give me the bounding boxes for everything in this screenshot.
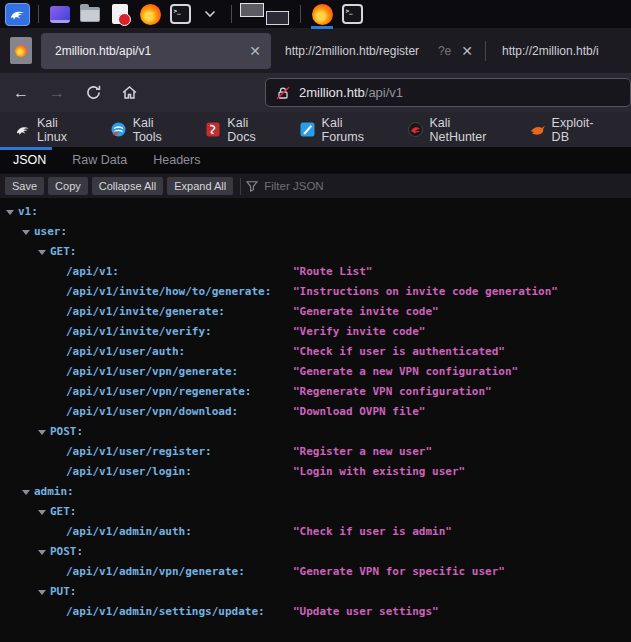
browser-window: >_ >_ 2million.htb/api/v1 ✕ http://2mill… xyxy=(0,0,631,642)
json-string-value: "Update user settings" xyxy=(293,602,439,622)
json-string-value: "Check if user is admin" xyxy=(293,522,452,542)
file-manager-launcher[interactable] xyxy=(77,2,103,26)
json-tree-row[interactable]: PUT: xyxy=(0,582,631,602)
bookmark-label: Kali NetHunter xyxy=(429,116,508,144)
workspace-switcher[interactable] xyxy=(240,1,292,27)
workspace-1[interactable] xyxy=(240,3,264,17)
tab-api-v1[interactable]: 2million.htb/api/v1 ✕ xyxy=(41,33,271,69)
expander-triangle-icon[interactable] xyxy=(38,250,50,255)
bookmark-kali-docs[interactable]: Kali Docs xyxy=(198,113,285,147)
bookmark-kali-forums[interactable]: Kali Forums xyxy=(293,113,394,147)
document-edit-icon xyxy=(112,4,128,24)
json-tree-row[interactable]: GET: xyxy=(0,242,631,262)
display-settings-launcher[interactable] xyxy=(47,2,73,26)
taskbar-divider xyxy=(300,5,301,23)
json-key: user: xyxy=(34,222,67,242)
expander-triangle-icon[interactable] xyxy=(38,590,50,595)
terminal-icon: >_ xyxy=(342,4,363,24)
home-icon xyxy=(121,84,138,101)
json-key: PUT: xyxy=(50,582,77,602)
json-tree-row: /api/v1/admin/settings/update:"Update us… xyxy=(0,602,631,622)
workspace-2[interactable] xyxy=(266,11,289,25)
bookmark-label: Kali Docs xyxy=(227,116,278,144)
firefox-icon xyxy=(140,4,161,25)
json-key: /api/v1/user/vpn/generate: xyxy=(66,362,238,382)
json-tree-row[interactable]: admin: xyxy=(0,482,631,502)
bookmark-kali-linux[interactable]: Kali Linux xyxy=(8,113,97,147)
exploit-db-icon xyxy=(530,122,546,138)
json-tree-row: /api/v1/user/auth:"Check if user is auth… xyxy=(0,342,631,362)
tab-title: 2million.htb/api/v1 xyxy=(55,44,239,58)
json-key: v1: xyxy=(18,202,38,222)
filter-json-input[interactable] xyxy=(264,180,484,192)
firefox-launcher[interactable] xyxy=(137,2,163,26)
toolbar-divider xyxy=(240,178,241,195)
json-tree-row[interactable]: POST: xyxy=(0,542,631,562)
expander-triangle-icon[interactable] xyxy=(38,430,50,435)
json-key: GET: xyxy=(50,242,77,262)
taskbar-terminal-window[interactable]: >_ xyxy=(339,2,365,26)
system-taskbar: >_ >_ xyxy=(0,0,631,28)
copy-button[interactable]: Copy xyxy=(48,177,88,195)
taskbar-firefox-window[interactable] xyxy=(309,2,335,26)
json-tree-row[interactable]: v1: xyxy=(0,202,631,222)
firefox-page-icon xyxy=(10,37,32,64)
expander-triangle-icon[interactable] xyxy=(22,490,34,495)
json-tree-row[interactable]: POST: xyxy=(0,422,631,442)
bookmark-kali-nethunter[interactable]: Kali NetHunter xyxy=(400,113,515,147)
json-tree-row: /api/v1/admin/auth:"Check if user is adm… xyxy=(0,522,631,542)
json-key: /api/v1/admin/auth: xyxy=(66,522,192,542)
kali-docs-icon xyxy=(205,122,221,138)
json-key: /api/v1/invite/verify: xyxy=(66,322,212,342)
expander-triangle-icon[interactable] xyxy=(22,230,34,235)
insecure-lock-icon[interactable] xyxy=(276,86,290,100)
active-tab-indicator xyxy=(0,147,52,150)
expander-triangle-icon[interactable] xyxy=(38,510,50,515)
kali-tools-icon xyxy=(111,122,127,138)
expand-all-button[interactable]: Expand All xyxy=(167,177,233,195)
json-key: admin: xyxy=(34,482,74,502)
url-bar[interactable]: 2million.htb/api/v1 xyxy=(265,78,631,107)
save-button[interactable]: Save xyxy=(5,177,44,195)
json-key: POST: xyxy=(50,422,83,442)
json-key: /api/v1/admin/settings/update: xyxy=(66,602,265,622)
viewer-tab-raw-data[interactable]: Raw Data xyxy=(59,150,140,173)
expander-triangle-icon[interactable] xyxy=(6,210,18,215)
json-tree-row: /api/v1/user/register:"Register a new us… xyxy=(0,442,631,462)
bookmark-label: Exploit-DB xyxy=(552,116,609,144)
json-string-value: "Generate a new VPN configuration" xyxy=(293,362,518,382)
tab-register[interactable]: http://2million.htb/register ?e ✕ xyxy=(271,33,483,69)
expander-triangle-icon[interactable] xyxy=(38,550,50,555)
json-key: /api/v1/user/vpn/regenerate: xyxy=(66,382,251,402)
reload-button[interactable] xyxy=(78,79,108,107)
tab-close-icon[interactable]: ✕ xyxy=(249,43,261,59)
collapse-all-button[interactable]: Collapse All xyxy=(92,177,163,195)
bookmark-label: Kali Tools xyxy=(133,116,185,144)
json-string-value: "Generate invite code" xyxy=(293,302,439,322)
json-viewer-toolbar: SaveCopyCollapse AllExpand All xyxy=(0,173,631,198)
tab-invite[interactable]: http://2million.htb/i xyxy=(488,33,627,69)
json-tree-row: /api/v1/user/vpn/regenerate:"Regenerate … xyxy=(0,382,631,402)
kali-menu-button[interactable] xyxy=(4,2,30,26)
bookmark-kali-tools[interactable]: Kali Tools xyxy=(104,113,192,147)
viewer-tab-json[interactable]: JSON xyxy=(0,150,59,173)
bookmark-exploit-db[interactable]: Exploit-DB xyxy=(523,113,616,147)
url-path: /api/v1 xyxy=(365,85,403,100)
json-tree-row[interactable]: GET: xyxy=(0,502,631,522)
json-tree-row[interactable]: user: xyxy=(0,222,631,242)
home-button[interactable] xyxy=(114,79,144,107)
tab-divider xyxy=(485,41,486,61)
tab-strip: 2million.htb/api/v1 ✕ http://2million.ht… xyxy=(0,28,631,73)
navigation-toolbar: ← → 2million.htb/api/v1 xyxy=(0,73,631,112)
launcher-expand-button[interactable] xyxy=(197,2,223,26)
text-editor-launcher[interactable] xyxy=(107,2,133,26)
json-tree-row: /api/v1/invite/how/to/generate:"Instruct… xyxy=(0,282,631,302)
forward-button[interactable]: → xyxy=(42,79,72,107)
terminal-launcher[interactable]: >_ xyxy=(167,2,193,26)
back-button[interactable]: ← xyxy=(6,79,36,107)
kali-linux-icon xyxy=(15,122,31,138)
filter-funnel-icon xyxy=(246,180,258,192)
json-tree-row: /api/v1/user/login:"Login with existing … xyxy=(0,462,631,482)
tab-close-icon[interactable]: ✕ xyxy=(461,43,473,59)
viewer-tab-headers[interactable]: Headers xyxy=(140,150,213,173)
